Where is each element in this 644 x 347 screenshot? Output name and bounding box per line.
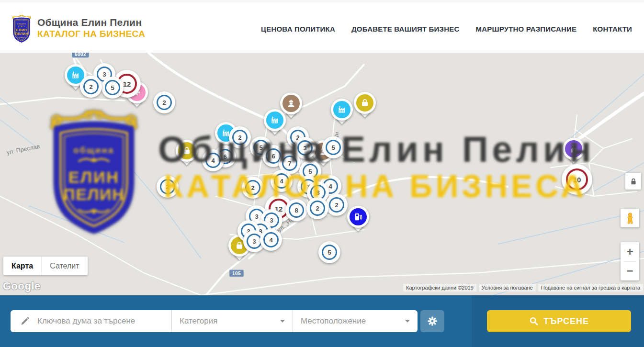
cluster-count: 2 bbox=[310, 201, 325, 216]
keyword-section bbox=[11, 310, 171, 332]
site-title: Община Елин Пелин bbox=[37, 17, 145, 28]
search-bar: Категория Местоположение ТЪРСЕНЕ bbox=[0, 295, 644, 347]
nav-item-pricing[interactable]: ЦЕНОВА ПОЛИТИКА bbox=[261, 25, 335, 33]
cluster-count: 2 bbox=[83, 79, 99, 94]
map-pin-bag[interactable] bbox=[176, 140, 198, 168]
map-attribution: Картографски данни ©2019Условия за ползв… bbox=[403, 284, 643, 291]
site-logo-link[interactable]: Община Елин Пелин КАТАЛОГ НА БИЗНЕСА bbox=[10, 13, 145, 43]
attribution-link[interactable]: Подаване на сигнал за грешка в картата bbox=[538, 284, 643, 291]
factory-icon bbox=[333, 101, 350, 118]
map-cluster-marker[interactable]: 8 bbox=[285, 199, 307, 221]
map-type-satellite-button[interactable]: Сателит bbox=[41, 257, 87, 275]
cluster-count: 3 bbox=[297, 140, 313, 156]
bag-icon bbox=[356, 94, 373, 112]
map-cluster-marker[interactable]: 10 bbox=[562, 164, 592, 195]
fuel-icon bbox=[350, 208, 367, 225]
cluster-count: 2 bbox=[329, 197, 344, 213]
map-cluster-marker[interactable]: 2 bbox=[80, 76, 102, 98]
pencil-icon bbox=[20, 316, 30, 326]
search-bar-left-panel: Категория Местоположение bbox=[0, 295, 472, 347]
map-pin-factory[interactable] bbox=[331, 99, 353, 127]
search-icon bbox=[529, 316, 539, 326]
chevron-down-icon bbox=[405, 320, 410, 323]
search-fields-group: Категория Местоположение bbox=[11, 310, 418, 332]
search-button[interactable]: ТЪРСЕНЕ bbox=[487, 310, 631, 332]
search-bar-right-panel: ТЪРСЕНЕ bbox=[472, 295, 644, 347]
map-markers: 123522252356675424748212282338334510 bbox=[0, 53, 644, 295]
cluster-count: 2 bbox=[232, 130, 248, 145]
map-cluster-marker[interactable]: 5 bbox=[102, 77, 124, 99]
cluster-count: 5 bbox=[322, 245, 337, 260]
bag-icon bbox=[178, 142, 195, 159]
map-cluster-marker[interactable]: 4 bbox=[202, 149, 224, 171]
zoom-in-button[interactable]: + bbox=[621, 242, 639, 261]
map-pin-bag[interactable] bbox=[354, 92, 376, 121]
map-canvas[interactable]: 123522252356675424748212282338334510 Общ… bbox=[0, 53, 644, 295]
map-lock-button[interactable] bbox=[625, 173, 641, 190]
cluster-count: 8 bbox=[289, 202, 304, 218]
chevron-down-icon bbox=[280, 320, 285, 323]
location-select[interactable]: Местоположение bbox=[293, 310, 418, 332]
page: Община Елин Пелин КАТАЛОГ НА БИЗНЕСА ЦЕН… bbox=[0, 0, 644, 347]
map-cluster-marker[interactable]: 2 bbox=[153, 91, 175, 113]
cluster-count: 3 bbox=[247, 234, 262, 249]
location-select-value: Местоположение bbox=[301, 316, 366, 326]
category-select[interactable]: Категория bbox=[172, 310, 293, 332]
cluster-count: 10 bbox=[566, 168, 588, 190]
search-button-label: ТЪРСЕНЕ bbox=[543, 316, 589, 326]
header: Община Елин Пелин КАТАЛОГ НА БИЗНЕСА ЦЕН… bbox=[0, 0, 644, 53]
zoom-out-button[interactable]: − bbox=[621, 262, 639, 281]
zoom-control: + − bbox=[621, 242, 639, 280]
attribution-text: Картографски данни ©2019 bbox=[403, 284, 476, 291]
church-icon bbox=[565, 140, 582, 157]
nav-item-route-schedule[interactable]: МАРШРУТНО РАЗПИСАНИЕ bbox=[475, 25, 576, 33]
cluster-count: 7 bbox=[282, 156, 297, 171]
map-cluster-marker[interactable]: 2 bbox=[242, 177, 264, 199]
map-pin-fuel[interactable] bbox=[347, 206, 369, 235]
map-cluster-marker[interactable]: 5 bbox=[318, 241, 340, 263]
map-cluster-marker[interactable]: 4 bbox=[260, 229, 282, 251]
cluster-count: 5 bbox=[326, 140, 341, 155]
category-select-value: Категория bbox=[180, 316, 217, 326]
map-type-map-button[interactable]: Карта bbox=[3, 257, 41, 275]
nav-item-add-business[interactable]: ДОБАВЕТЕ ВАШИЯТ БИЗНЕС bbox=[351, 25, 459, 33]
map-cluster-marker[interactable]: 2 bbox=[229, 126, 251, 148]
main-nav: ЦЕНОВА ПОЛИТИКА ДОБАВЕТЕ ВАШИЯТ БИЗНЕС М… bbox=[261, 2, 632, 55]
map-cluster-marker[interactable]: 5 bbox=[322, 136, 344, 158]
attribution-link[interactable]: Условия за ползване bbox=[479, 284, 536, 291]
gear-icon bbox=[427, 315, 438, 327]
padlock-icon bbox=[629, 177, 638, 186]
advanced-settings-button[interactable] bbox=[420, 310, 444, 332]
nav-item-contacts[interactable]: КОНТАКТИ bbox=[593, 25, 632, 33]
map-pin-church[interactable] bbox=[563, 138, 585, 167]
map-cluster-marker[interactable]: 2 bbox=[157, 176, 179, 198]
map-cluster-marker[interactable]: 4 bbox=[271, 170, 293, 192]
street-view-pegman-button[interactable] bbox=[621, 209, 639, 227]
map-cluster-marker[interactable]: 2 bbox=[306, 197, 328, 219]
cluster-count: 4 bbox=[263, 232, 279, 247]
cluster-count: 2 bbox=[245, 180, 260, 195]
keyword-search-input[interactable] bbox=[36, 316, 151, 326]
cluster-count: 2 bbox=[160, 179, 175, 194]
map-pin-factory[interactable] bbox=[264, 109, 286, 138]
cluster-count: 4 bbox=[205, 153, 221, 168]
map-cluster-marker[interactable]: 2 bbox=[326, 194, 348, 216]
cluster-count: 4 bbox=[274, 173, 289, 189]
site-subtitle: КАТАЛОГ НА БИЗНЕСА bbox=[37, 29, 145, 39]
google-logo[interactable]: Google bbox=[3, 280, 41, 292]
municipality-crest-logo bbox=[10, 13, 34, 43]
factory-icon bbox=[266, 112, 283, 129]
map-type-control: Карта Сателит bbox=[3, 257, 88, 275]
pegman-icon bbox=[624, 212, 636, 224]
cluster-count: 5 bbox=[105, 80, 120, 95]
cluster-count: 2 bbox=[157, 95, 172, 110]
